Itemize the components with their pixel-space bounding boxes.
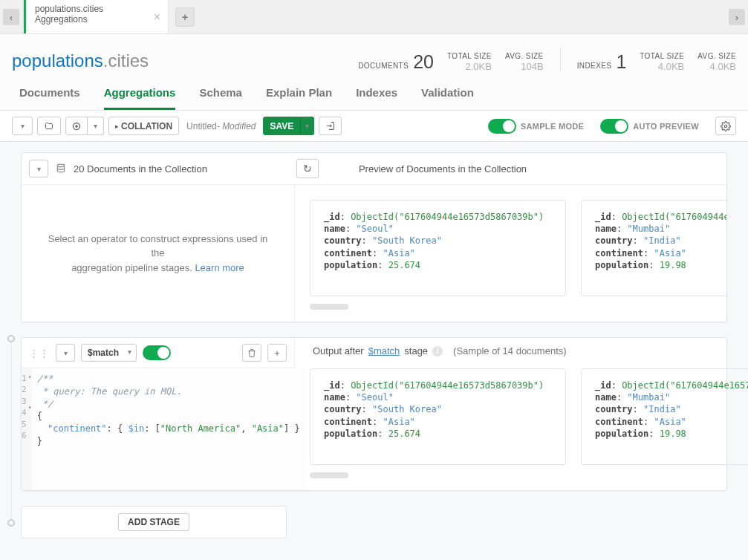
stage-operator-select[interactable]: $match xyxy=(81,344,137,362)
document-card: _id: ObjectId("617604944e16573d5867039c"… xyxy=(581,368,748,465)
sample-note: (Sample of 14 documents) xyxy=(453,345,566,356)
settings-button[interactable] xyxy=(715,117,736,135)
stat-avg-size: AVG. SIZE 104B xyxy=(505,53,544,71)
sample-mode-label: SAMPLE MODE xyxy=(521,122,585,131)
tab-prev-button[interactable]: ‹ xyxy=(3,9,19,25)
add-stage-after-button[interactable]: + xyxy=(267,344,287,362)
stage-collapse-button[interactable]: ▾ xyxy=(56,344,75,362)
database-icon xyxy=(56,163,66,175)
save-menu-button[interactable] xyxy=(300,117,314,135)
add-stage-panel: ADD STAGE xyxy=(21,506,287,538)
tab-validation[interactable]: Validation xyxy=(421,82,474,110)
stage-handle-dot xyxy=(7,335,15,342)
tab-subtitle: Aggregations xyxy=(35,14,159,25)
pipeline-name: Untitled- Modified xyxy=(183,121,258,131)
document-card: _id: ObjectId("617604944e16573d5867039b"… xyxy=(310,200,566,296)
svg-point-1 xyxy=(724,125,727,128)
auto-preview-label: AUTO PREVIEW xyxy=(633,122,699,131)
stage-operator-link[interactable]: $match xyxy=(368,345,400,356)
namespace-collection: cities xyxy=(108,51,149,71)
stage-panel: ⋮⋮ ▾ $match + 1▾234▾56 /** * query xyxy=(21,337,727,491)
namespace-db: populations xyxy=(12,51,103,71)
stage-handle-dot xyxy=(7,519,15,527)
stage-output-label: Output after xyxy=(313,345,364,356)
close-icon[interactable]: × xyxy=(154,10,160,24)
tab-documents[interactable]: Documents xyxy=(19,82,80,110)
stage-enabled-toggle[interactable] xyxy=(143,345,171,360)
stat-indexes: INDEXES 1 xyxy=(577,53,627,71)
tab-next-button[interactable]: › xyxy=(729,9,745,25)
delete-stage-button[interactable] xyxy=(242,344,261,362)
workspace-tab[interactable]: populations.cities Aggregations × xyxy=(24,0,168,33)
export-pipeline-button[interactable] xyxy=(319,117,342,135)
tab-indexes[interactable]: Indexes xyxy=(356,82,397,110)
save-button[interactable]: SAVE xyxy=(263,117,300,135)
new-tab-button[interactable]: + xyxy=(175,7,195,27)
info-icon[interactable]: i xyxy=(432,346,443,356)
tab-explain-plan[interactable]: Explain Plan xyxy=(266,82,332,110)
svg-point-2 xyxy=(57,164,64,167)
document-card: _id: ObjectId("617604944e16573d5867039c"… xyxy=(581,200,726,296)
horizontal-scrollbar[interactable] xyxy=(310,472,348,478)
refresh-button[interactable]: ↻ xyxy=(296,159,319,178)
document-card: _id: ObjectId("617604944e16573d5867039b"… xyxy=(310,368,566,465)
stat-documents: DOCUMENTS 20 xyxy=(358,53,434,71)
horizontal-scrollbar[interactable] xyxy=(310,304,348,310)
sample-mode-toggle[interactable] xyxy=(488,119,516,134)
new-pipeline-menu[interactable] xyxy=(88,117,104,135)
tab-schema[interactable]: Schema xyxy=(199,82,242,110)
source-hint: Select an operator to construct expressi… xyxy=(22,185,295,322)
add-stage-button[interactable]: ADD STAGE xyxy=(118,513,189,531)
source-preview-label: Preview of Documents in the Collection xyxy=(359,163,527,175)
pipeline-menu-button[interactable] xyxy=(12,117,33,135)
tab-title: populations.cities xyxy=(35,4,159,14)
open-pipeline-button[interactable] xyxy=(37,117,61,135)
stat-total-size: TOTAL SIZE 2.0KB xyxy=(447,53,492,71)
stat-idx-avg-size: AVG. SIZE 4.0KB xyxy=(697,53,736,71)
auto-preview-toggle[interactable] xyxy=(600,119,628,134)
new-pipeline-button[interactable] xyxy=(65,117,88,135)
stage-editor[interactable]: 1▾234▾56 /** * query: The query in MQL. … xyxy=(22,368,294,490)
stat-idx-total-size: TOTAL SIZE 4.0KB xyxy=(640,53,684,71)
namespace: populations.cities xyxy=(12,51,149,71)
drag-handle-icon[interactable]: ⋮⋮ xyxy=(29,348,50,359)
source-panel: ▾ 20 Documents in the Collection ↻ Previ… xyxy=(21,152,727,322)
source-count-label: 20 Documents in the Collection xyxy=(74,163,207,175)
collation-button[interactable]: COLLATION xyxy=(108,117,179,135)
learn-more-link[interactable]: Learn more xyxy=(195,262,244,273)
tab-aggregations[interactable]: Aggregations xyxy=(104,82,176,110)
source-collapse-button[interactable]: ▾ xyxy=(29,160,48,178)
